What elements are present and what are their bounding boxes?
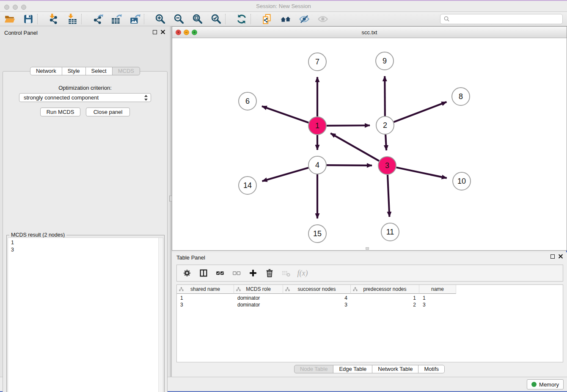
import-table-icon[interactable] [67, 14, 78, 25]
zoom-window-button[interactable] [21, 5, 26, 10]
network-minimize-button[interactable]: − [184, 30, 189, 35]
zoom-selected-button[interactable] [210, 13, 223, 25]
result-scrollbar[interactable] [158, 238, 163, 392]
select-all-button[interactable] [214, 267, 226, 279]
search-input[interactable] [451, 16, 562, 22]
graph-node-7[interactable]: 7 [308, 52, 327, 71]
graph-node-11[interactable]: 11 [381, 223, 399, 241]
close-panel-icon[interactable] [160, 30, 165, 34]
edge-3-1[interactable] [330, 133, 379, 161]
tab-motifs[interactable]: Motifs [418, 365, 445, 373]
edge-2-3[interactable] [385, 135, 386, 150]
tab-select[interactable]: Select [85, 67, 113, 75]
open-network-file-icon[interactable] [261, 14, 272, 25]
export-network-button[interactable] [91, 13, 104, 25]
hide-selected-icon[interactable] [299, 14, 310, 25]
import-network-icon[interactable] [48, 14, 59, 25]
show-columns-icon[interactable] [199, 268, 208, 278]
search-field[interactable] [440, 14, 563, 24]
export-image-icon[interactable] [129, 14, 140, 25]
table-row[interactable]: 3dominator323 [177, 301, 456, 308]
zoom-out-icon[interactable] [173, 14, 184, 25]
graph-node-3[interactable]: 3 [378, 156, 396, 175]
edge-1-6[interactable] [262, 106, 308, 123]
add-icon[interactable] [248, 268, 258, 278]
export-image-button[interactable] [129, 13, 141, 25]
close-table-panel-icon[interactable] [558, 254, 563, 259]
graph-node-9[interactable]: 9 [375, 52, 394, 70]
edge-4-3[interactable] [327, 165, 372, 166]
show-columns-button[interactable] [198, 267, 209, 279]
tab-edge-table[interactable]: Edge Table [333, 365, 372, 373]
tab-network-table[interactable]: Network Table [372, 365, 418, 373]
first-neighbors-icon[interactable] [280, 14, 291, 25]
column-header-shared-name[interactable]: shared name [177, 285, 234, 294]
edge-3-11[interactable] [388, 175, 389, 217]
graph-node-10[interactable]: 10 [452, 172, 471, 190]
edge-2-9[interactable] [385, 76, 385, 116]
column-header-predecessor-nodes[interactable]: predecessor nodes [351, 285, 419, 294]
float-panel-button[interactable] [153, 30, 157, 34]
close-window-button[interactable] [4, 5, 9, 10]
graph-node-15[interactable]: 15 [308, 224, 327, 243]
edge-2-8[interactable] [394, 102, 447, 122]
network-close-button[interactable]: × [176, 30, 181, 35]
export-network-icon[interactable] [92, 14, 103, 25]
select-all-icon[interactable] [215, 268, 225, 278]
network-maximize-button[interactable]: + [192, 30, 197, 35]
edge-1-2[interactable] [327, 125, 370, 126]
import-network-button[interactable] [47, 13, 60, 25]
refresh-button[interactable] [235, 13, 248, 25]
tab-network[interactable]: Network [30, 67, 62, 75]
zoom-fit-button[interactable] [191, 13, 204, 25]
zoom-out-button[interactable] [173, 13, 185, 25]
edge-4-14[interactable] [262, 168, 308, 181]
unselect-all-button[interactable] [231, 267, 242, 279]
import-table-button[interactable] [66, 13, 79, 25]
graph-node-1[interactable]: 1 [308, 116, 327, 135]
add-button[interactable] [247, 267, 259, 279]
zoom-selected-icon[interactable] [211, 14, 222, 25]
tab-node-table[interactable]: Node Table [294, 365, 334, 373]
edge-3-10[interactable] [396, 168, 447, 178]
zoom-fit-icon[interactable] [192, 14, 203, 25]
memory-button[interactable]: Memory [527, 379, 564, 389]
export-table-button[interactable] [110, 13, 123, 25]
column-header-MCDS-role[interactable]: MCDS role [234, 285, 283, 294]
export-table-icon[interactable] [111, 14, 122, 25]
graph-node-6[interactable]: 6 [238, 92, 257, 110]
network-window-titlebar[interactable]: × − + scc.txt [172, 27, 567, 38]
open-file-button[interactable] [3, 13, 16, 25]
first-neighbors-button[interactable] [279, 13, 292, 25]
tab-mcds[interactable]: MCDS [112, 67, 140, 75]
unselect-all-icon[interactable] [232, 268, 241, 278]
open-file-icon[interactable] [4, 14, 15, 25]
table-row[interactable]: 1dominator411 [177, 295, 456, 301]
delete-table-button[interactable] [280, 267, 292, 279]
minimize-window-button[interactable] [13, 5, 18, 10]
zoom-in-button[interactable] [154, 13, 167, 25]
network-canvas[interactable]: 7968124314101511 [172, 38, 567, 250]
close-panel-button[interactable]: Close panel [86, 108, 130, 116]
graph-node-2[interactable]: 2 [376, 116, 394, 135]
mcds-result-textarea[interactable]: 1 3 [8, 237, 163, 392]
column-header-name[interactable]: name [419, 285, 456, 294]
save-button[interactable] [22, 13, 35, 25]
float-table-panel-button[interactable] [550, 254, 555, 259]
delete-icon[interactable] [265, 268, 274, 278]
graph-node-14[interactable]: 14 [238, 176, 257, 195]
node-table[interactable]: shared nameMCDS rolesuccessor nodesprede… [176, 284, 563, 362]
tab-style[interactable]: Style [62, 67, 86, 75]
settings-button[interactable] [181, 267, 193, 279]
refresh-icon[interactable] [236, 14, 247, 25]
graph-node-4[interactable]: 4 [308, 156, 327, 174]
canvas-resize-grip[interactable] [366, 247, 369, 250]
save-icon[interactable] [23, 14, 34, 25]
column-header-successor-nodes[interactable]: successor nodes [283, 285, 351, 294]
optimization-criterion-select[interactable]: strongly connected component [19, 93, 151, 102]
show-all-button[interactable] [317, 13, 329, 25]
function-builder-button[interactable]: f(x) [297, 267, 308, 279]
run-mcds-button[interactable]: Run MCDS [40, 108, 80, 116]
settings-icon[interactable] [182, 268, 192, 278]
zoom-in-icon[interactable] [155, 14, 166, 25]
